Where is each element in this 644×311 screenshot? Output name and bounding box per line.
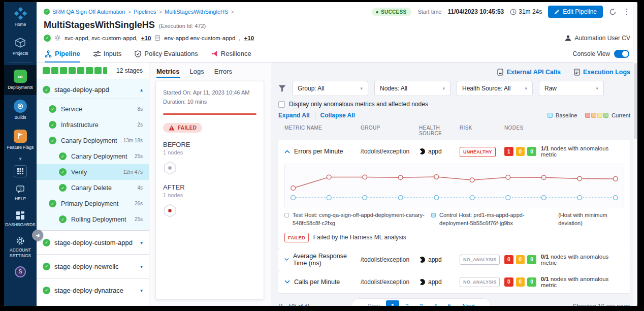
chevron-down-icon[interactable]: [284, 280, 290, 284]
step-duration: 12m 47s: [123, 169, 143, 175]
pagination-next-button[interactable]: Next →: [457, 301, 488, 306]
step-row-primary-deployment[interactable]: ✓ Primary Deployment 26s: [37, 196, 149, 211]
envs-more-link[interactable]: +10: [244, 35, 254, 41]
sidebar-label-dashboards: DASHBOARDS: [5, 222, 36, 228]
env-comma: ,: [239, 35, 240, 41]
test-host-label: Test Host: cvng-qa-sign-off-appd-deploym…: [293, 211, 426, 228]
stage-row-newrelic[interactable]: ✓ stage-deploy-newrelic ▾: [37, 254, 149, 278]
pagination-prev-button[interactable]: ← Prev: [355, 301, 385, 306]
pagination-page-1[interactable]: 1: [386, 300, 399, 306]
sidebar-item-home[interactable]: Home: [4, 2, 37, 32]
execution-logs-link[interactable]: Execution Logs: [574, 69, 630, 76]
step-duration: 8s: [137, 106, 143, 112]
external-api-calls-link[interactable]: External API Calls: [497, 69, 561, 76]
nodes-filter-select[interactable]: Nodes: All▾: [374, 81, 450, 96]
step-row-infrastructure[interactable]: ✓ Infrastructure 2s: [37, 117, 149, 133]
tab-pipeline[interactable]: Pipeline: [45, 45, 80, 62]
tab-logs[interactable]: Logs: [190, 63, 204, 80]
stage-name: stage-deploy-dynatrace: [54, 287, 136, 294]
document-logs-icon: [574, 69, 580, 76]
sidebar-avatar[interactable]: S: [15, 266, 26, 277]
tab-errors[interactable]: Errors: [214, 63, 232, 80]
metrics-table-header: METRIC NAME GROUP HEALTH SOURCE RISK NOD…: [278, 119, 630, 140]
collapse-all-link[interactable]: Collapse All: [320, 112, 355, 119]
stage-row-appd[interactable]: ✓ stage-deploy-appd ▴: [37, 79, 149, 99]
execution-tabs-bar: Pipeline Inputs Policy Evaluations Resil…: [37, 45, 637, 63]
step-row-verify[interactable]: ✓ Verify 12m 47s: [37, 164, 149, 180]
services-more-link[interactable]: +10: [141, 35, 151, 41]
stage-success-icon: ✓: [43, 263, 50, 270]
sidebar-item-feature-flags[interactable]: Feature Flags: [4, 125, 37, 155]
pagination-page-3[interactable]: 3: [414, 300, 428, 306]
step-success-icon: ✓: [49, 137, 56, 144]
sidebar-item-deployments[interactable]: ∞ Deployments: [4, 65, 37, 95]
vertical-scrollbar[interactable]: [633, 2, 637, 306]
status-badge: ●SUCCESS: [372, 8, 412, 16]
tab-metrics[interactable]: Metrics: [156, 63, 180, 80]
before-node-hexagon[interactable]: [163, 161, 256, 175]
group-filter-select[interactable]: Group: All▾: [292, 81, 368, 96]
metric-row-header[interactable]: Calls per Minute /todolist/exception app…: [278, 271, 630, 293]
health-source-filter-select[interactable]: Health Source: All▾: [457, 81, 533, 96]
sidebar-item-dashboards[interactable]: DASHBOARDS: [4, 206, 37, 232]
control-host-item: Control Host: prd1-ms-appd-appd-deployme…: [431, 211, 553, 228]
raw-mode-select[interactable]: Raw▾: [539, 81, 604, 96]
metric-group: /todolist/exception: [361, 278, 419, 286]
pagination-page-5[interactable]: 5: [443, 300, 456, 306]
kebab-menu-icon[interactable]: ⋮: [623, 7, 630, 16]
step-row-rolling-deployment[interactable]: ✓ Rolling Deployment 25s: [37, 211, 149, 227]
sidebar-item-help[interactable]: ? HELP: [4, 180, 37, 206]
chevron-up-icon[interactable]: [284, 150, 290, 153]
sidebar-label-deployments: Deployments: [8, 85, 33, 90]
services-check-icon: ✓: [44, 35, 51, 42]
test-host-checkbox[interactable]: [284, 213, 289, 217]
current-legend-label: Current: [611, 112, 630, 118]
edit-pipeline-button[interactable]: Edit Pipeline: [548, 6, 603, 18]
breadcrumb-pipeline-name[interactable]: MultiStagesWithSingleHS: [165, 9, 228, 15]
nav-sidebar: Home Projects ∞ Deployments Builds Featu…: [4, 2, 37, 306]
pagination-page-4[interactable]: 4: [429, 300, 442, 306]
step-row-canary-deployment[interactable]: ✓ Canary Deployment 25s: [37, 148, 149, 164]
chevron-down-icon[interactable]: ▾: [140, 264, 143, 269]
module-grid-button[interactable]: [14, 165, 27, 177]
main-column: ✓ SRM QA Sign Off Automation > Pipelines…: [37, 2, 637, 306]
refresh-icon[interactable]: [609, 8, 617, 16]
step-row-canary-deployment-group[interactable]: ✓ Canary Deployment 13m 18s: [37, 133, 149, 148]
console-view-toggle[interactable]: [614, 50, 629, 58]
step-row-canary-delete[interactable]: ✓ Canary Delete 4s: [37, 180, 149, 196]
verify-failed-badge: FAILED: [163, 123, 202, 133]
stage-name: stage-deploy-appd: [54, 86, 136, 94]
node-count-green: 0: [527, 255, 536, 264]
pagination-page-2[interactable]: 2: [400, 300, 413, 306]
tab-policy-evaluations[interactable]: Policy Evaluations: [135, 45, 198, 62]
chevron-down-icon[interactable]: ▾: [140, 240, 143, 245]
appdynamics-icon: [418, 277, 427, 286]
stage-row-dynatrace[interactable]: ✓ stage-deploy-dynatrace ▾: [37, 278, 149, 302]
execution-id: (Execution Id: 472): [159, 23, 206, 29]
sidebar-item-builds[interactable]: Builds: [4, 95, 37, 125]
chevron-down-icon[interactable]: ▾: [140, 288, 143, 293]
breadcrumb-project[interactable]: SRM QA Sign Off Automation: [52, 9, 125, 15]
control-host-checkbox[interactable]: [431, 213, 436, 217]
tab-inputs[interactable]: Inputs: [93, 45, 121, 62]
scrollbar-thumb[interactable]: [634, 63, 637, 139]
sidebar-collapse-chevron-icon[interactable]: ▾: [4, 154, 37, 163]
baseline-legend-swatch: [548, 113, 553, 118]
sidebar-item-projects[interactable]: Projects: [4, 32, 37, 61]
stage-row-custom-appd[interactable]: ✓ stage-deploy-custom-appd ▾: [37, 230, 149, 254]
filter-funnel-icon[interactable]: [278, 85, 286, 92]
breadcrumb-pipelines[interactable]: Pipelines: [134, 9, 156, 15]
tab-resilience[interactable]: Resilience: [211, 45, 251, 62]
chevron-up-icon[interactable]: ▴: [140, 87, 143, 92]
step-row-service[interactable]: ✓ Service 8s: [37, 101, 149, 117]
metric-row-header[interactable]: Errors per Minute /todolist/exception ap…: [278, 140, 630, 163]
anomalous-only-checkbox[interactable]: [278, 101, 285, 108]
node-count-red: 0: [504, 255, 513, 264]
chevron-down-icon[interactable]: [284, 258, 289, 261]
after-node-hexagon[interactable]: [163, 203, 256, 218]
metric-chart-box: [284, 164, 624, 207]
step-name: Rolling Deployment: [71, 216, 130, 223]
expand-all-link[interactable]: Expand All: [278, 112, 310, 119]
node-count-green: 0: [527, 277, 536, 287]
metric-row-header[interactable]: Average Response Time (ms) /todolist/exc…: [278, 248, 630, 271]
